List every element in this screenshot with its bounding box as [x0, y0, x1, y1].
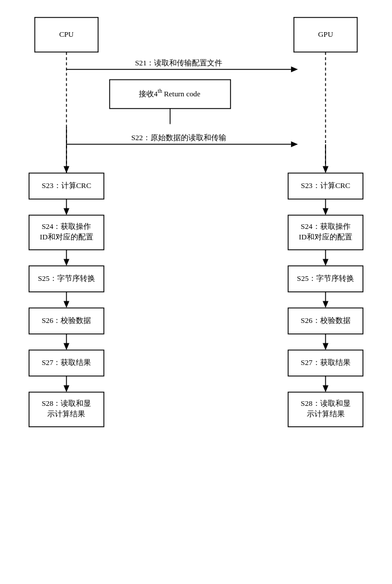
diagram-container: CPU GPU S21：读取和传输配置文件 接收4th Return code …: [0, 0, 392, 584]
gpu-s24-s25-arrowhead: [323, 259, 328, 266]
s21-arrowhead: [291, 67, 298, 72]
gpu-s23-s24-arrowhead: [323, 208, 328, 215]
gpu-s27-s28-arrowhead: [323, 385, 328, 392]
cpu-s24-s25-arrowhead: [64, 259, 69, 266]
gpu-label: GPU: [318, 30, 333, 39]
cpu-s28-text2: 示计算结果: [47, 410, 85, 418]
gpu-s24-text2: ID和对应的配置: [299, 232, 352, 241]
cpu-s24-text2: ID和对应的配置: [40, 232, 93, 241]
gpu-s28-text2: 示计算结果: [307, 410, 345, 418]
cpu-s23-arrowhead: [64, 166, 69, 173]
cpu-s28-text1: S28：读取和显: [41, 399, 91, 408]
cpu-s26-text: S26：校验数据: [41, 317, 91, 325]
cpu-s27-s28-arrowhead: [64, 385, 69, 392]
gpu-s23-arrowhead: [323, 166, 328, 173]
gpu-s27-text: S27：获取结果: [301, 359, 351, 367]
cpu-s24-text1: S24：获取操作: [41, 223, 91, 231]
cpu-s25-text: S25：字节序转换: [38, 274, 95, 283]
gpu-s24-text1: S24：获取操作: [301, 223, 351, 231]
s21-label: S21：读取和传输配置文件: [135, 59, 222, 67]
flow-diagram: CPU GPU S21：读取和传输配置文件 接收4th Return code …: [18, 12, 374, 565]
gpu-s28-text1: S28：读取和显: [301, 399, 351, 408]
cpu-s25-s26-arrowhead: [64, 301, 69, 308]
gpu-s23-text: S23：计算CRC: [301, 182, 351, 190]
cpu-s27-text: S27：获取结果: [41, 359, 91, 367]
cpu-s23-s24-arrowhead: [64, 208, 69, 215]
gpu-s26-text: S26：校验数据: [301, 317, 351, 325]
gpu-s25-s26-arrowhead: [323, 301, 328, 308]
cpu-s23-text: S23：计算CRC: [42, 182, 92, 190]
gpu-s26-s27-arrowhead: [323, 343, 328, 350]
gpu-s25-text: S25：字节序转换: [297, 274, 354, 283]
s22-label: S22：原始数据的读取和传输: [131, 134, 226, 142]
cpu-label: CPU: [59, 30, 74, 39]
s22-arrowhead: [291, 141, 298, 147]
cpu-s26-s27-arrowhead: [64, 343, 69, 350]
